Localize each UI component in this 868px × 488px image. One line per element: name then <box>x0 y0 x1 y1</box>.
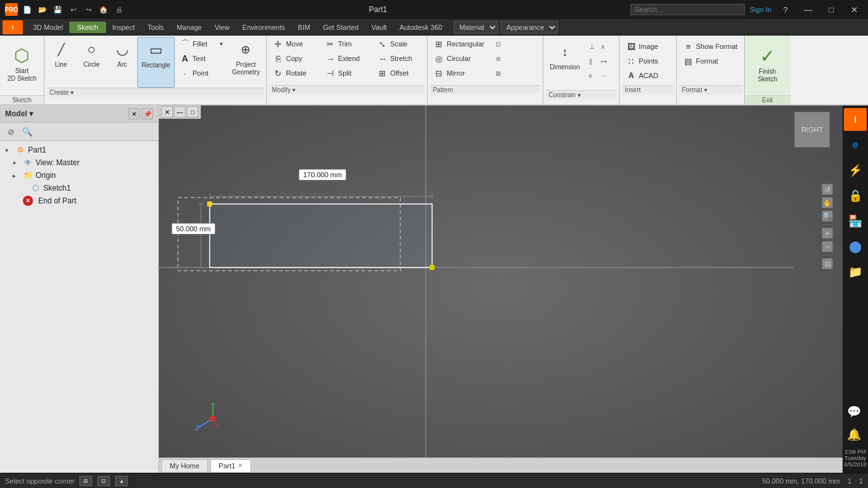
tree-item-origin[interactable]: ▸ 📁 Origin <box>0 169 158 182</box>
undo-button[interactable]: ↩ <box>66 3 80 17</box>
menu-3dmodel[interactable]: 3D Model <box>27 22 69 33</box>
sidebar-store-icon[interactable]: 🏪 <box>844 210 867 233</box>
stretch-button[interactable]: ↔ Stretch <box>374 51 424 65</box>
sidebar-lock-icon[interactable]: 🔒 <box>844 184 867 207</box>
dimension-vertical-label[interactable]: 50.000 mm <box>172 223 215 234</box>
part1-tab-close[interactable]: ✕ <box>238 462 243 469</box>
image-button[interactable]: 🖼 Image <box>622 39 673 53</box>
project-geometry-button[interactable]: ⊕ ProjectGeometry <box>228 37 264 88</box>
pattern-extra2[interactable]: ⊚ <box>489 51 540 65</box>
open-button[interactable]: 📂 <box>36 3 50 17</box>
search-input[interactable] <box>630 4 745 15</box>
constrain4[interactable]: ∧ <box>597 39 607 53</box>
acad-button[interactable]: A ACAD <box>622 69 673 83</box>
format-button[interactable]: ▤ Format <box>679 54 741 68</box>
points-button[interactable]: ∷ Points <box>622 54 673 68</box>
redo-button[interactable]: ↪ <box>81 3 95 17</box>
pattern-extra1[interactable]: ⊡ <box>489 37 540 51</box>
sign-in-button[interactable]: Sign In <box>750 6 771 13</box>
extend-button[interactable]: → Extend <box>322 51 372 65</box>
new-button[interactable]: 📄 <box>20 3 34 17</box>
tree-item-end-of-part[interactable]: ✕ End of Part <box>0 194 158 207</box>
scale-button[interactable]: ⤡ Scale <box>374 37 424 51</box>
appearance-dropdown[interactable]: Appearance <box>501 21 558 34</box>
dimension-horizontal-label[interactable]: 170.000 mm <box>299 169 346 180</box>
menu-get-started[interactable]: Get Started <box>316 22 365 33</box>
menu-manage[interactable]: Manage <box>170 22 208 33</box>
zoom-button[interactable]: 🔍 <box>822 210 833 222</box>
close-button[interactable]: ✕ <box>845 3 863 16</box>
constrain3[interactable]: ≡ <box>585 69 595 83</box>
orbit-button[interactable]: ↺ <box>822 184 833 195</box>
split-button[interactable]: ⊣ Split <box>322 66 372 80</box>
print-button[interactable]: 🖨 <box>112 3 126 17</box>
offset-button[interactable]: ⊞ Offset <box>374 66 424 80</box>
view-cube-face[interactable]: RIGHT <box>794 112 830 147</box>
line-button[interactable]: ╱ Line <box>47 37 75 88</box>
constrain6[interactable]: ⋯ <box>597 69 607 83</box>
constrain5[interactable]: ⊶ <box>597 54 607 68</box>
help-button[interactable]: ? <box>776 3 794 16</box>
circular-pattern-button[interactable]: ◎ Circular <box>430 51 488 65</box>
fillet-button[interactable]: ⌒ Fillet ▾ <box>176 37 227 51</box>
minimize-button[interactable]: — <box>799 3 817 16</box>
text-button[interactable]: A Text <box>176 51 227 65</box>
trim-button[interactable]: ✂ Trim <box>322 37 372 51</box>
tree-item-part1[interactable]: ▾ ⚙ Part1 <box>0 144 158 156</box>
copy-button[interactable]: ⎘ Copy <box>269 51 320 65</box>
zoom-in-button[interactable]: + <box>822 227 833 239</box>
view-toggle-2[interactable]: ⊟ <box>97 476 110 486</box>
save-button[interactable]: 💾 <box>51 3 65 17</box>
view-cube[interactable]: RIGHT <box>794 112 830 147</box>
sidebar-chrome-icon[interactable]: ⬤ <box>844 235 867 258</box>
panel-pin-button[interactable]: 📌 <box>142 108 153 119</box>
menu-tools[interactable]: Tools <box>141 22 170 33</box>
pattern-extra3[interactable]: ⊠ <box>489 66 540 80</box>
filter-button[interactable]: ⊘ <box>4 125 18 139</box>
constrain1[interactable]: ⊥ <box>585 39 595 53</box>
search-tree-button[interactable]: 🔍 <box>20 125 34 139</box>
material-dropdown[interactable]: Material <box>454 21 498 34</box>
canvas-area[interactable]: ✕ — □ <box>159 105 843 473</box>
canvas-max-btn[interactable]: □ <box>187 106 198 118</box>
tree-item-view-master[interactable]: ▾ 👁 View: Master <box>0 156 158 169</box>
menu-view[interactable]: View <box>208 22 236 33</box>
dimension-button[interactable]: ↕ Dimension <box>546 39 583 90</box>
zoom-out-button[interactable]: − <box>822 241 833 252</box>
circle-button[interactable]: ○ Circle <box>76 37 107 88</box>
panel-close-button[interactable]: ✕ <box>128 108 140 119</box>
canvas-min-btn[interactable]: — <box>174 106 186 118</box>
maximize-button[interactable]: □ <box>822 3 840 16</box>
pan-button[interactable]: ✋ <box>822 197 833 208</box>
menu-environments[interactable]: Environments <box>236 22 291 33</box>
mirror-button[interactable]: ⊟ Mirror <box>430 66 488 80</box>
tree-item-sketch1[interactable]: ⬡ Sketch1 <box>0 182 158 194</box>
finish-sketch-button[interactable]: ✓ FinishSketch <box>747 44 788 98</box>
tab-my-home[interactable]: My Home <box>161 459 208 471</box>
constrain2[interactable]: ∥ <box>585 54 595 68</box>
arc-button[interactable]: ◡ Arc <box>108 37 136 88</box>
sidebar-edge-icon[interactable]: e <box>844 133 867 156</box>
start-2d-sketch-button[interactable]: ⬡ Start2D Sketch <box>3 43 40 97</box>
menu-bim[interactable]: BIM <box>292 22 317 33</box>
menu-autodesk360[interactable]: Autodesk 360 <box>393 22 449 33</box>
rectangular-button[interactable]: ⊞ Rectangular <box>430 37 488 51</box>
sidebar-notification-icon[interactable]: 🔔 <box>843 423 865 446</box>
menu-sketch[interactable]: Sketch <box>69 22 106 33</box>
sidebar-inventor-icon[interactable]: I <box>844 108 867 131</box>
home-button[interactable]: 🏠 <box>97 3 111 17</box>
move-button[interactable]: ✛ Move <box>269 37 320 51</box>
sidebar-folder-icon[interactable]: 📁 <box>844 261 867 283</box>
menu-inspect[interactable]: Inspect <box>106 22 141 33</box>
rotate-button[interactable]: ↻ Rotate <box>269 66 320 80</box>
fit-view-button[interactable]: ⊡ <box>822 258 833 269</box>
view-toggle-3[interactable]: ▲ <box>115 476 128 486</box>
sidebar-flash-icon[interactable]: ⚡ <box>844 159 867 182</box>
view-toggle-1[interactable]: ⊞ <box>79 476 92 486</box>
rectangle-button[interactable]: ▭ Rectangle <box>137 37 175 88</box>
show-format-button[interactable]: ≡ Show Format <box>679 39 741 53</box>
menu-vault[interactable]: Vault <box>365 22 393 33</box>
sidebar-chat-icon[interactable]: 💬 <box>843 400 865 423</box>
canvas-close-btn[interactable]: ✕ <box>161 106 173 118</box>
tab-part1[interactable]: Part1 ✕ <box>210 459 251 472</box>
